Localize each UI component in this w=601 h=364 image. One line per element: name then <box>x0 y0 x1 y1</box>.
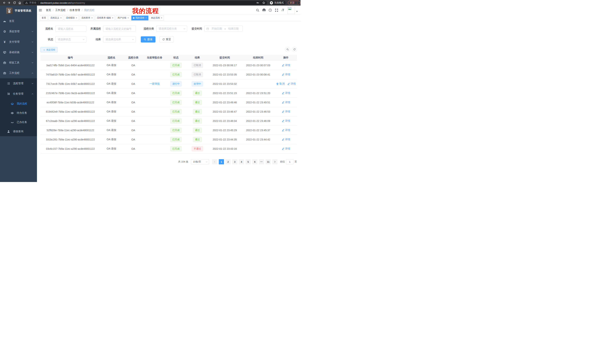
bookmark-star-icon[interactable] <box>262 1 265 4</box>
detail-link-button[interactable]: 详情 <box>282 64 290 67</box>
cell-actions: 详情 <box>275 73 297 76</box>
detail-link-button[interactable]: 详情 <box>282 73 290 76</box>
tab-发起流程[interactable]: 发起流程× <box>149 16 164 20</box>
tab-用户分组[interactable]: 用户分组× <box>116 16 130 20</box>
url-text[interactable]: dashboard.yudao.iocoder.cn/bpm/task/my <box>40 1 256 4</box>
page-size-select[interactable]: 10条/页 <box>191 159 209 164</box>
pager-more-button[interactable]: ••• <box>259 159 264 164</box>
sidebar-item-todo-task[interactable]: 待办任务 <box>0 108 37 118</box>
avatar-caret-icon[interactable]: ▼ <box>296 10 298 12</box>
action-label: 详情 <box>285 129 290 132</box>
process-name-input[interactable] <box>55 26 86 32</box>
result-badge: 通过 <box>193 91 202 96</box>
detail-link-button[interactable]: 详情 <box>282 91 290 95</box>
close-icon[interactable]: × <box>145 17 147 19</box>
sidebar-item-infra[interactable]: 基础设施 <box>0 47 37 57</box>
browser-reload-icon[interactable] <box>12 0 17 6</box>
reset-button[interactable]: 重置 <box>160 36 174 42</box>
sidebar-item-leave-query[interactable]: 请假查询 <box>0 127 37 136</box>
action-label: 取消 <box>280 82 285 86</box>
start-process-button[interactable]: ＋ 发起流程 <box>40 47 58 52</box>
detail-link-button[interactable]: 详情 <box>282 119 290 123</box>
pager-page-6[interactable]: 6 <box>252 159 257 164</box>
close-icon[interactable]: × <box>128 17 129 19</box>
sidebar-item-my-process[interactable]: 我的流程 <box>0 99 37 108</box>
security-label[interactable]: 不安全 <box>29 1 36 4</box>
toolbar-refresh-button[interactable] <box>292 47 297 52</box>
edit-icon <box>282 120 284 122</box>
submit-time-range-input[interactable]: 开始日期 - 结束日期 <box>204 26 242 32</box>
close-icon[interactable]: × <box>60 17 61 19</box>
sidebar-item-home[interactable]: 首页 <box>0 16 37 26</box>
search-icon[interactable] <box>254 6 261 15</box>
browser-back-icon[interactable] <box>1 0 7 6</box>
process-definition-input[interactable] <box>103 26 136 32</box>
browser-home-icon[interactable] <box>17 0 22 6</box>
address-bar[interactable]: 不安全 dashboard.yudao.iocoder.cn/bpm/task/… <box>23 1 267 5</box>
result-badge: 已取消 <box>192 63 203 68</box>
cell-end-time: 2022-01-22 23:46:53 <box>241 110 275 113</box>
detail-link-button[interactable]: 详情 <box>282 110 290 113</box>
sidebar-collapse-icon[interactable] <box>37 6 44 15</box>
status-select[interactable]: 请选择状态 <box>55 36 86 42</box>
sidebar-item-devtool[interactable]: 研发工具 <box>0 57 37 68</box>
sidebar-item-workflow[interactable]: 工作流程 <box>0 68 37 78</box>
result-select[interactable]: 请选择流结果 <box>103 36 136 42</box>
sidebar-item-pay[interactable]: ¥支付管理 <box>0 37 37 47</box>
browser-menu-dots-icon[interactable]: ⋮ <box>296 1 299 4</box>
breadcrumb-task-mgmt[interactable]: 任务管理 <box>70 9 80 12</box>
font-size-icon[interactable]: tT <box>280 6 286 15</box>
tab-首页[interactable]: 首页 <box>40 16 48 20</box>
tab-我的流程[interactable]: 我的流程× <box>131 16 148 20</box>
toolbar-search-toggle-button[interactable] <box>285 47 290 52</box>
password-key-icon[interactable] <box>256 1 259 4</box>
current-task-link[interactable]: 一级审批 <box>150 82 160 86</box>
github-icon[interactable] <box>261 6 267 15</box>
detail-link-button[interactable]: 详情 <box>282 147 290 151</box>
tab-流程表单[interactable]: 流程表单× <box>80 16 94 20</box>
close-icon[interactable]: × <box>91 17 92 19</box>
fullscreen-icon[interactable] <box>273 6 280 15</box>
sidebar-item-system[interactable]: ⚙系统管理 <box>0 26 37 37</box>
detail-link-button[interactable]: 详情 <box>282 129 290 132</box>
column-header-状态: 状态 <box>165 56 187 59</box>
cell-status: 已完成 <box>165 118 187 124</box>
tab-流程模型[interactable]: 流程模型× <box>64 16 79 20</box>
pager-page-1[interactable]: 1 <box>219 159 224 164</box>
start-date-placeholder: 开始日期 <box>210 27 224 30</box>
column-header-编号: 编号 <box>40 56 100 59</box>
goto-page-input[interactable] <box>286 159 293 164</box>
detail-link-button[interactable]: 详情 <box>282 101 290 104</box>
search-button[interactable]: 搜索 <box>141 36 155 42</box>
pager-next-button[interactable] <box>272 159 278 164</box>
page-unit-label: 页 <box>295 160 297 163</box>
tab-流程表单-编辑[interactable]: 流程表单-编辑× <box>95 16 115 20</box>
browser-forward-icon[interactable] <box>7 0 12 6</box>
tab-流程定义[interactable]: 流程定义× <box>49 16 63 20</box>
help-icon[interactable]: ? <box>267 6 273 15</box>
chrome-update-button[interactable]: 更新 ⋮ <box>288 1 300 5</box>
app-logo-row[interactable]: 🐰 芋道管理系统 <box>0 6 37 16</box>
close-icon[interactable]: × <box>76 17 77 19</box>
avatar[interactable] <box>288 7 295 14</box>
sidebar-item-process-mgmt[interactable]: 流程管理 <box>0 78 37 89</box>
detail-link-button[interactable]: 详情 <box>287 82 296 86</box>
breadcrumb-home[interactable]: 首页 <box>46 9 51 12</box>
pager-page-5[interactable]: 5 <box>246 159 251 164</box>
cell-status: 已完成 <box>165 100 187 105</box>
category-select[interactable]: 请选择流程分类 <box>156 26 187 32</box>
close-icon[interactable]: × <box>161 17 162 19</box>
pager-page-2[interactable]: 2 <box>225 159 231 164</box>
column-header-流程分类: 流程分类 <box>123 56 144 59</box>
pager-prev-button[interactable] <box>212 159 217 164</box>
pager-page-11[interactable]: 11 <box>266 159 271 164</box>
sidebar-item-done-task[interactable]: 已办任务 <box>0 118 37 127</box>
pager-page-3[interactable]: 3 <box>232 159 237 164</box>
close-icon[interactable]: × <box>112 17 113 19</box>
sidebar-item-task-mgmt[interactable]: 任务管理 <box>0 89 37 99</box>
pager-page-4[interactable]: 4 <box>239 159 244 164</box>
cancel-link-button[interactable]: 取消 <box>276 82 285 86</box>
cell-result: 已取消 <box>187 63 208 68</box>
breadcrumb-workflow[interactable]: 工作流程 <box>55 9 66 12</box>
detail-link-button[interactable]: 详情 <box>282 138 290 141</box>
